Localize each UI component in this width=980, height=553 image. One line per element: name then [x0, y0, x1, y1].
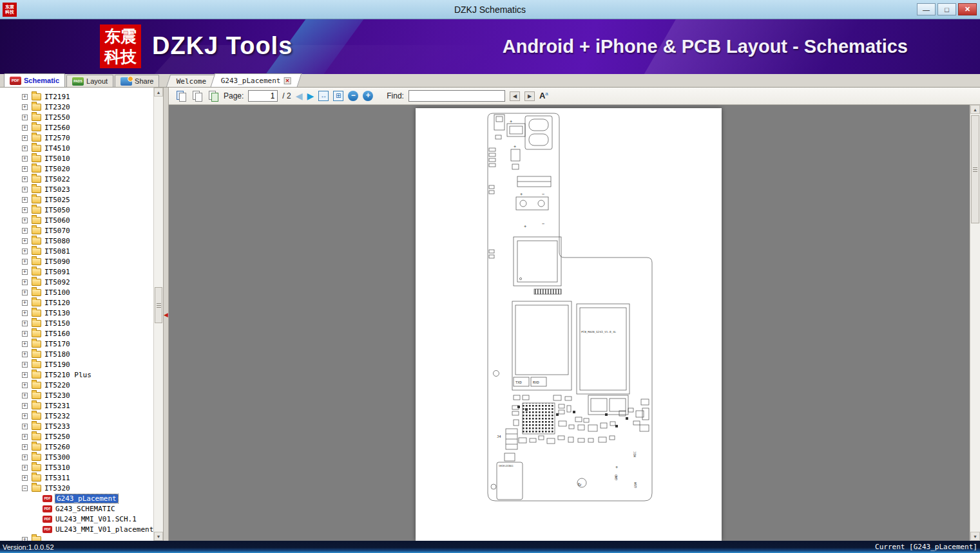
close-button[interactable]: ✕ — [958, 3, 977, 15]
expand-icon[interactable]: + — [22, 434, 28, 440]
tree-item-IT5020[interactable]: +IT5020 — [0, 164, 154, 174]
next-page-icon[interactable]: ▶ — [307, 91, 314, 100]
tree-item-G243_SCHEMATIC[interactable]: PDFG243_SCHEMATIC — [0, 503, 154, 514]
match-case-icon[interactable]: Aa — [539, 91, 548, 100]
tree-item-UL243_MMI_V01.SCH.1[interactable]: PDFUL243_MMI_V01.SCH.1 — [0, 514, 154, 524]
fit-width-icon[interactable]: ↔ — [318, 91, 329, 101]
tree-item-IT5022[interactable]: +IT5022 — [0, 174, 154, 184]
tree-item-IT5220[interactable]: +IT5220 — [0, 380, 154, 390]
tree-item-IT5230[interactable]: +IT5230 — [0, 390, 154, 400]
collapse-panel-icon[interactable]: ◀ — [164, 312, 168, 318]
tree-item-IT5210-Plus[interactable]: +IT5210 Plus — [0, 370, 154, 380]
tree-item-IT5080[interactable]: +IT5080 — [0, 236, 154, 246]
tree-item-IT5311[interactable]: +IT5311 — [0, 473, 154, 483]
tree-item-IT2320[interactable]: +IT2320 — [0, 102, 154, 112]
expand-icon[interactable]: + — [22, 455, 28, 460]
expand-icon[interactable]: + — [22, 135, 28, 141]
expand-icon[interactable]: + — [22, 248, 28, 254]
expand-icon[interactable]: + — [22, 187, 28, 192]
tree-item-IT5190[interactable]: +IT5190 — [0, 359, 154, 370]
page-input[interactable] — [248, 90, 278, 102]
expand-icon[interactable]: + — [22, 104, 28, 110]
tab-schematic[interactable]: PDF Schematic — [4, 73, 65, 87]
viewer-scrollbar[interactable]: ▲ ▼ — [970, 105, 980, 541]
expand-icon[interactable]: + — [22, 465, 28, 471]
expand-icon[interactable]: + — [22, 279, 28, 285]
expand-icon[interactable]: + — [22, 331, 28, 337]
tree-item-IT5180[interactable]: +IT5180 — [0, 349, 154, 359]
tab-layout[interactable]: PADS Layout — [66, 75, 113, 87]
maximize-button[interactable]: □ — [937, 3, 956, 15]
tree-item-IT5050[interactable]: +IT5050 — [0, 205, 154, 215]
expand-icon[interactable]: + — [22, 156, 28, 162]
expand-icon[interactable]: + — [22, 176, 28, 182]
find-next-icon[interactable]: ▶ — [524, 91, 535, 101]
scroll-down-icon[interactable]: ▼ — [970, 532, 980, 541]
tree-item-IT5025[interactable]: +IT5025 — [0, 194, 154, 205]
expand-icon[interactable]: + — [22, 372, 28, 378]
clipboard-icon[interactable] — [175, 90, 187, 102]
expand-icon[interactable]: + — [22, 290, 28, 295]
tree-item-IT5081[interactable]: +IT5081 — [0, 246, 154, 256]
tree-item-IT5260[interactable]: +IT5260 — [0, 442, 154, 452]
expand-icon[interactable]: + — [22, 166, 28, 172]
tree-item-IT5250[interactable]: +IT5250 — [0, 431, 154, 442]
expand-icon[interactable]: + — [22, 145, 28, 151]
expand-icon[interactable]: + — [22, 125, 28, 131]
expand-icon[interactable]: + — [22, 321, 28, 326]
tree-item-IT5233[interactable]: +IT5233 — [0, 421, 154, 431]
expand-icon[interactable]: + — [22, 218, 28, 223]
tree-item-IT5300[interactable]: +IT5300 — [0, 452, 154, 462]
tab-g243-placement[interactable]: G243_pLacement ✕ — [210, 73, 302, 87]
tree-item-IT5010[interactable]: +IT5010 — [0, 153, 154, 164]
minimize-button[interactable]: — — [917, 3, 936, 15]
expand-icon[interactable]: + — [22, 228, 28, 234]
tree-item-IT5232[interactable]: +IT5232 — [0, 411, 154, 421]
scroll-down-icon[interactable]: ▼ — [154, 532, 163, 541]
tree-item-G243_pLacement[interactable]: PDFG243_pLacement — [0, 493, 154, 503]
find-input[interactable] — [408, 90, 505, 102]
expand-icon[interactable]: + — [22, 341, 28, 347]
tree-item-IT5070[interactable]: +IT5070 — [0, 225, 154, 236]
scroll-up-icon[interactable]: ▲ — [970, 105, 980, 114]
find-previous-icon[interactable]: ◀ — [510, 91, 520, 101]
tree-item-IT2191[interactable]: +IT2191 — [0, 91, 154, 102]
tab-share[interactable]: Share — [115, 75, 159, 87]
expand-icon[interactable]: + — [22, 259, 28, 265]
copy-page-icon[interactable] — [191, 90, 203, 102]
expand-icon[interactable]: + — [22, 403, 28, 409]
multi-page-icon[interactable] — [207, 90, 219, 102]
expand-icon[interactable]: + — [22, 351, 28, 357]
expand-icon[interactable]: + — [22, 300, 28, 306]
expand-icon[interactable]: + — [22, 424, 28, 429]
tree-item-partial[interactable]: + — [0, 534, 154, 541]
tree-scroll-thumb[interactable] — [155, 287, 162, 323]
expand-icon[interactable]: + — [22, 94, 28, 100]
tree-item-IT4510[interactable]: +IT4510 — [0, 143, 154, 153]
tree-item-IT5092[interactable]: +IT5092 — [0, 277, 154, 287]
tree-item-IT2570[interactable]: +IT2570 — [0, 133, 154, 143]
fit-page-icon[interactable]: ⊞ — [333, 91, 343, 101]
pdf-viewer[interactable]: + + + − + − + TXD RXD PCB_MAIN_G243_V1.0… — [169, 105, 980, 541]
scroll-up-icon[interactable]: ▲ — [154, 88, 163, 97]
expand-icon[interactable]: + — [22, 444, 28, 450]
tree-scrollbar[interactable]: ▲ ▼ — [153, 88, 163, 541]
tab-welcome[interactable]: Welcome — [166, 75, 217, 87]
expand-icon[interactable]: + — [22, 310, 28, 316]
zoom-in-icon[interactable]: + — [363, 91, 373, 101]
expand-icon[interactable]: + — [22, 382, 28, 388]
expand-icon[interactable]: + — [22, 413, 28, 419]
tree-item-IT5090[interactable]: +IT5090 — [0, 256, 154, 267]
viewer-scroll-thumb[interactable] — [971, 115, 979, 223]
tree-item-UL243_MMI_V01_placement[interactable]: PDFUL243_MMI_V01_placement — [0, 524, 154, 534]
expand-icon[interactable]: + — [22, 115, 28, 120]
tree-item-IT5231[interactable]: +IT5231 — [0, 400, 154, 411]
tree-item-IT2550[interactable]: +IT2550 — [0, 112, 154, 122]
tree-item-IT5100[interactable]: +IT5100 — [0, 287, 154, 297]
tree-item-IT5320[interactable]: −IT5320 — [0, 483, 154, 493]
tree-item-IT5023[interactable]: +IT5023 — [0, 184, 154, 194]
panel-splitter[interactable]: ◀ — [164, 88, 169, 541]
expand-icon[interactable]: + — [22, 269, 28, 275]
expand-icon[interactable]: + — [22, 197, 28, 203]
tree-item-IT5120[interactable]: +IT5120 — [0, 297, 154, 308]
